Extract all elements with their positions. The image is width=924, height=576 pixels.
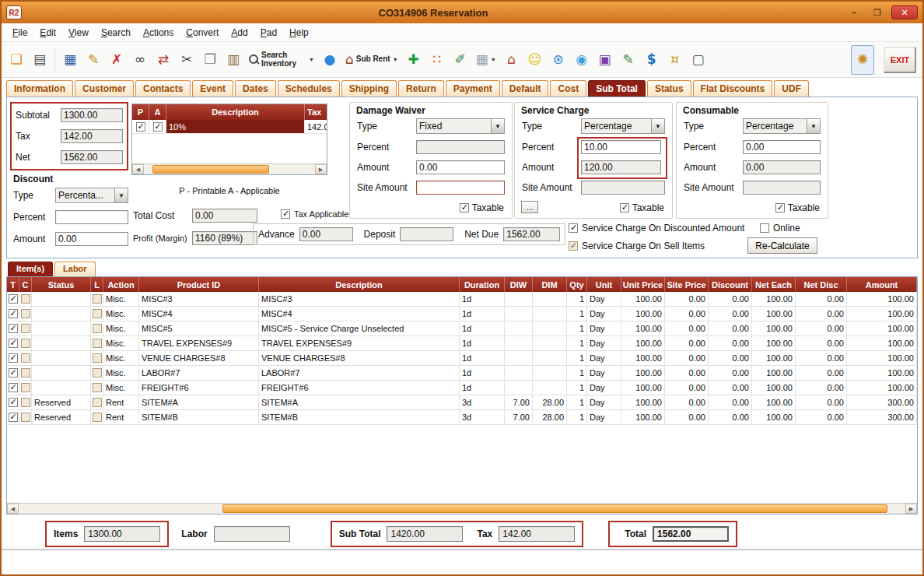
chevron-down-icon[interactable]: ▼ [807, 119, 820, 133]
product_id-cell[interactable]: SITEM#B [139, 410, 259, 424]
table-row[interactable]: Misc.LABOR#7LABOR#71d1Day100.000.000.001… [7, 366, 917, 381]
product_id-cell[interactable]: LABOR#7 [139, 366, 259, 380]
description-cell[interactable]: VENUE CHARGES#8 [259, 351, 460, 365]
discount-cell[interactable]: 0.00 [709, 410, 752, 424]
damage-waiver-site-amount-input[interactable] [416, 181, 505, 195]
damage-waiver-taxable-checkbox[interactable] [460, 203, 469, 212]
tab-status[interactable]: Status [647, 80, 691, 97]
consumable-site-amount-field[interactable] [743, 181, 821, 195]
globe-button[interactable]: ⊛ [547, 45, 570, 75]
service-charge-site-amount-field[interactable] [581, 181, 665, 195]
disc-button[interactable]: ◉ [570, 45, 593, 75]
c-checkbox[interactable] [21, 339, 30, 348]
table-row[interactable]: Misc.MISC#4MISC#41d1Day100.000.000.00100… [7, 307, 917, 321]
amount-cell[interactable]: 300.00 [847, 410, 917, 424]
product_id-cell[interactable]: FREIGHT#6 [139, 381, 259, 395]
discount-percent-input[interactable] [55, 210, 128, 224]
column-header-description[interactable]: Description [259, 277, 460, 292]
deposit-field[interactable] [400, 227, 453, 241]
status-cell[interactable]: Reserved [32, 395, 91, 409]
tax-description-cell[interactable]: 10% [166, 120, 305, 133]
save-button[interactable]: ▦ [58, 45, 82, 75]
menu-edit[interactable]: Edit [33, 25, 62, 40]
online-option[interactable]: Online [760, 223, 800, 234]
discount-cell[interactable]: 0.00 [709, 307, 752, 321]
diw-cell[interactable] [505, 321, 533, 335]
t-checkbox[interactable] [9, 398, 18, 407]
diw-cell[interactable] [505, 307, 533, 321]
status-cell[interactable] [32, 321, 91, 335]
menu-help[interactable]: Help [283, 25, 315, 40]
net_each-cell[interactable]: 100.00 [752, 351, 796, 365]
unit-cell[interactable]: Day [587, 321, 621, 335]
unit-cell[interactable]: Day [587, 395, 621, 409]
dim-cell[interactable] [533, 321, 567, 335]
net_each-cell[interactable]: 100.00 [752, 366, 796, 380]
net_each-cell[interactable]: 100.00 [752, 395, 796, 409]
diw-cell[interactable]: 7.00 [505, 395, 533, 409]
c-checkbox[interactable] [21, 353, 30, 363]
unit_price-cell[interactable]: 100.00 [621, 410, 665, 424]
net_disc-cell[interactable]: 0.00 [796, 410, 847, 424]
column-header-discount[interactable]: Discount [709, 277, 752, 292]
minimize-button[interactable]: – [845, 5, 863, 19]
dim-cell[interactable]: 28.00 [533, 410, 567, 424]
menu-add[interactable]: Add [225, 25, 254, 40]
dim-cell[interactable] [533, 336, 567, 350]
service-charge-ellipsis-button[interactable]: ... [521, 201, 538, 213]
print-button[interactable]: ▤ [28, 45, 51, 75]
dim-cell[interactable] [533, 366, 567, 380]
chevron-down-icon[interactable]: ▼ [651, 119, 664, 133]
menu-view[interactable]: View [62, 25, 95, 40]
product_id-cell[interactable]: MISC#4 [139, 307, 259, 321]
qty-cell[interactable]: 1 [567, 410, 587, 424]
description-cell[interactable]: MISC#4 [259, 307, 460, 321]
cube-button[interactable]: ▣ [593, 45, 617, 75]
qty-cell[interactable]: 1 [567, 351, 587, 365]
tab-schedules[interactable]: Schedules [278, 80, 340, 97]
dim-cell[interactable]: 28.00 [533, 395, 567, 409]
unit_price-cell[interactable]: 100.00 [621, 321, 665, 335]
column-header-unit[interactable]: Unit [587, 277, 621, 292]
tax-row[interactable]: 10% 142.00 [132, 120, 327, 134]
amount-cell[interactable]: 100.00 [847, 292, 917, 306]
items-tab-labor[interactable]: Labor [54, 262, 96, 276]
action-cell[interactable]: Misc. [103, 321, 139, 335]
status-cell[interactable] [32, 292, 91, 306]
tab-udf[interactable]: UDF [774, 80, 809, 97]
qty-cell[interactable]: 1 [567, 366, 587, 380]
net_disc-cell[interactable]: 0.00 [796, 381, 847, 395]
diw-cell[interactable] [505, 336, 533, 350]
duration-cell[interactable]: 1d [460, 366, 505, 380]
coins-button[interactable]: ¤ [663, 45, 687, 75]
spheres-button[interactable]: ∷ [425, 45, 449, 75]
sub-rent-button[interactable]: ⌂Sub Rent▼ [341, 45, 402, 75]
site_price-cell[interactable]: 0.00 [665, 410, 709, 424]
items-tab-item-s[interactable]: Item(s) [8, 262, 53, 276]
company-button[interactable]: ⌂ [500, 45, 523, 75]
new-document-button[interactable]: ❏ [5, 45, 28, 75]
l-checkbox[interactable] [93, 324, 102, 333]
tab-cost[interactable]: Cost [550, 80, 586, 97]
column-header-net-disc[interactable]: Net Disc [796, 277, 847, 292]
t-checkbox[interactable] [9, 324, 18, 333]
status-cell[interactable] [32, 366, 91, 380]
discount-amount-input[interactable]: 0.00 [55, 232, 128, 246]
tab-contacts[interactable]: Contacts [135, 80, 191, 97]
find-binoculars-button[interactable]: ∞ [128, 45, 152, 75]
damage-waiver-type-select[interactable]: Fixed ▼ [416, 118, 505, 134]
diw-cell[interactable]: 7.00 [505, 410, 533, 424]
dim-cell[interactable] [533, 292, 567, 306]
menu-pad[interactable]: Pad [254, 25, 283, 40]
tab-information[interactable]: Information [6, 80, 73, 97]
product_id-cell[interactable]: SITEM#A [139, 395, 259, 409]
tab-default[interactable]: Default [502, 80, 549, 97]
site_price-cell[interactable]: 0.00 [665, 336, 709, 350]
scroll-thumb[interactable] [152, 165, 269, 174]
net_each-cell[interactable]: 100.00 [752, 321, 796, 335]
table-row[interactable]: Misc.MISC#3MISC#31d1Day100.000.000.00100… [7, 292, 917, 307]
column-header-t[interactable]: T [7, 277, 19, 292]
edit-page-button[interactable]: ✎ [617, 45, 640, 75]
c-checkbox[interactable] [21, 398, 30, 407]
column-header-status[interactable]: Status [32, 277, 91, 292]
